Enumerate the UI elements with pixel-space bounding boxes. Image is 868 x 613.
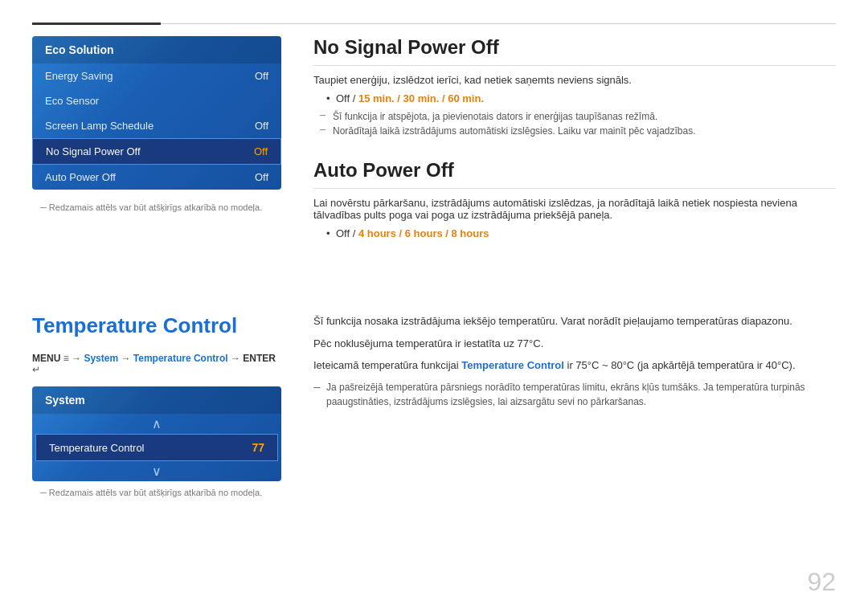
temp-section-title: Temperature Control — [32, 313, 281, 338]
menu-path-enter: ENTER — [243, 353, 276, 364]
menu-path-menu: MENU — [32, 353, 63, 364]
top-bar — [32, 22, 836, 25]
dash-item-1: Šī funkcija ir atspējota, ja pievienotai… — [320, 111, 836, 122]
auto-power-bullets: Off / 4 hours / 6 hours / 8 hours — [326, 227, 836, 239]
menu-item-value: Off — [255, 120, 268, 132]
enter-icon: ↵ — [32, 364, 40, 375]
bullet-plain: Off / — [336, 227, 358, 239]
temp-line2: Pēc noklusējuma temperatūra ir iestatīta… — [313, 336, 836, 352]
menu-path-system: System — [84, 353, 118, 364]
bullet-orange: 15 min. / 30 min. / 60 min. — [358, 92, 484, 104]
bullet-orange: 4 hours / 6 hours / 8 hours — [358, 227, 489, 239]
temp-line3: Ieteicamā temperatūra funkcijai Temperat… — [313, 358, 836, 374]
menu-item-value: Off — [255, 70, 268, 82]
menu-arrow2: → — [121, 353, 133, 364]
menu-item-energy-saving[interactable]: Energy Saving Off — [32, 63, 281, 88]
top-bar-dark-line — [32, 22, 161, 25]
menu-item-value: Off — [254, 145, 268, 157]
bullet-plain: Off / — [336, 92, 358, 104]
temperature-control-panel: Temperature Control MENU ≡ → System → Te… — [32, 313, 281, 497]
no-signal-title: No Signal Power Off — [313, 36, 836, 66]
menu-arrow1: → — [72, 353, 84, 364]
auto-power-description: Lai novērstu pārkaršanu, izstrādājums au… — [313, 197, 836, 221]
temp-line3-suffix: ir 75°C ~ 80°C (ja apkārtējā temperatūra… — [564, 359, 796, 371]
eco-solution-header: Eco Solution — [32, 36, 281, 63]
menu-icon: ≡ — [63, 353, 69, 364]
auto-power-bullet: Off / 4 hours / 6 hours / 8 hours — [326, 227, 836, 239]
menu-path: MENU ≡ → System → Temperature Control → … — [32, 353, 281, 375]
temp-line2-text: Pēc noklusējuma temperatūra ir iestatīta… — [313, 337, 543, 349]
menu-item-eco-sensor[interactable]: Eco Sensor — [32, 88, 281, 113]
eco-footnote: Redzamais attēls var būt atšķirīgs atkar… — [32, 202, 281, 212]
top-bar-light-line — [161, 23, 836, 24]
system-header: System — [32, 386, 281, 414]
menu-arrow3: → — [231, 353, 243, 364]
temp-control-item[interactable]: Temperature Control 77 — [35, 434, 278, 461]
no-signal-bullets: Off / 15 min. / 30 min. / 60 min. — [326, 92, 836, 104]
eco-solution-panel: Eco Solution Energy Saving Off Eco Senso… — [32, 36, 281, 212]
menu-item-label: Screen Lamp Schedule — [45, 120, 154, 132]
temp-line3-link: Temperature Control — [461, 359, 564, 371]
auto-power-section: Auto Power Off Lai novērstu pārkaršanu, … — [313, 159, 836, 239]
menu-item-label: Auto Power Off — [45, 171, 116, 183]
no-signal-bullet: Off / 15 min. / 30 min. / 60 min. — [326, 92, 836, 104]
menu-path-temp: Temperature Control — [133, 353, 228, 364]
menu-item-label: No Signal Power Off — [46, 145, 141, 157]
auto-power-title: Auto Power Off — [313, 159, 836, 189]
eco-solution-menu: Eco Solution Energy Saving Off Eco Senso… — [32, 36, 281, 190]
temp-item-label: Temperature Control — [49, 442, 145, 454]
menu-item-auto-power[interactable]: Auto Power Off Off — [32, 165, 281, 190]
no-signal-section: No Signal Power Off Taupiet enerģiju, iz… — [313, 36, 836, 137]
temp-item-value: 77 — [252, 441, 264, 454]
system-menu-box: System ∧ Temperature Control 77 ∨ — [32, 386, 281, 481]
menu-item-value: Off — [255, 171, 268, 183]
chevron-down: ∨ — [32, 461, 281, 481]
page-number: 92 — [807, 567, 836, 597]
system-footnote: Redzamais attēls var būt atšķirīgs atkar… — [32, 488, 281, 497]
dash-item-2: Norādītajā laikā izstrādājums automātisk… — [320, 125, 836, 137]
temp-line1: Šī funkcija nosaka izstrādājuma iekšējo … — [313, 313, 836, 329]
chevron-up: ∧ — [32, 414, 281, 434]
menu-item-screen-lamp[interactable]: Screen Lamp Schedule Off — [32, 113, 281, 138]
no-signal-dashes: Šī funkcija ir atspējota, ja pievienotai… — [320, 111, 836, 137]
temp-dash-note: Ja pašreizējā temperatūra pārsniegs norā… — [313, 380, 836, 409]
menu-item-no-signal[interactable]: No Signal Power Off Off — [32, 138, 281, 165]
temp-line3-prefix: Ieteicamā temperatūra funkcijai — [313, 359, 461, 371]
right-content: No Signal Power Off Taupiet enerģiju, iz… — [313, 36, 836, 262]
menu-item-label: Energy Saving — [45, 70, 113, 82]
menu-item-label: Eco Sensor — [45, 95, 99, 107]
temp-right-content: Šī funkcija nosaka izstrādājuma iekšējo … — [313, 313, 836, 414]
no-signal-description: Taupiet enerģiju, izslēdzot ierīci, kad … — [313, 74, 836, 86]
